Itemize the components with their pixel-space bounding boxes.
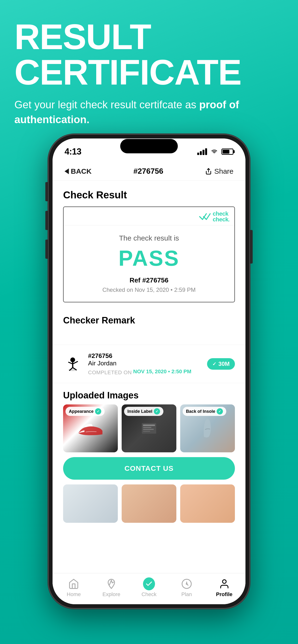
nav-item-explore[interactable]: Explore	[93, 578, 130, 598]
signal-bar-4	[205, 148, 207, 155]
more-images-row	[53, 484, 245, 528]
svg-rect-12	[143, 429, 154, 430]
nav-title: #276756	[133, 167, 163, 176]
logo-checkmarks-icon	[199, 212, 211, 221]
label-silhouette-icon	[139, 421, 159, 436]
phone-mockup: 4:13	[48, 134, 250, 608]
explore-icon	[105, 578, 117, 590]
order-brand: Air Jordan	[88, 360, 201, 367]
nav-label-home: Home	[67, 591, 81, 598]
nav-label-explore: Explore	[102, 591, 120, 598]
order-completed-label: COMPLETED ON	[88, 370, 132, 376]
status-time: 4:13	[65, 146, 81, 157]
hero-title: RESULT CERTIFICATE	[14, 19, 284, 90]
cert-ref: Ref #276756	[68, 276, 230, 284]
wifi-icon	[210, 149, 218, 154]
more-thumb-3	[180, 484, 235, 523]
order-ref: #276756	[88, 352, 201, 360]
back-chevron-icon	[65, 168, 69, 174]
checker-remark-section: Checker Remark	[53, 315, 245, 345]
checker-remark-title: Checker Remark	[63, 315, 235, 326]
scroll-content: Check Result	[53, 181, 245, 570]
status-icons	[197, 148, 233, 155]
nav-item-profile[interactable]: Profile	[205, 578, 243, 598]
uploaded-images-title: Uploaded Images	[63, 390, 235, 400]
sneaker-silhouette-icon	[76, 419, 105, 438]
cert-pass-value: PASS	[68, 246, 230, 271]
battery-fill	[223, 150, 229, 154]
svg-rect-11	[143, 427, 152, 428]
check-result-title: Check Result	[63, 189, 235, 201]
svg-point-3	[70, 358, 75, 362]
time-badge-value: 30M	[218, 360, 230, 367]
app-content: BACK #276756 Share	[53, 160, 245, 604]
battery-icon	[221, 148, 233, 155]
order-completed-date: NOV 15, 2020 • 2:50 PM	[133, 368, 192, 376]
more-thumb-1	[63, 484, 118, 523]
check-badge-label-icon: ✓	[154, 408, 160, 414]
images-grid: Appearance ✓	[63, 404, 235, 452]
bottom-nav: Home Explore	[53, 573, 245, 604]
jordan-logo-icon	[64, 356, 81, 372]
nav-bar: BACK #276756 Share	[53, 160, 245, 181]
image-thumb-appearance[interactable]: Appearance ✓	[63, 404, 118, 452]
order-item: #276756 Air Jordan COMPLETED ON NOV 15, …	[53, 345, 245, 383]
check-check-logo: check check.	[199, 211, 230, 222]
dynamic-island	[120, 139, 178, 153]
check-result-section: Check Result	[53, 181, 245, 315]
more-thumb-2	[122, 484, 176, 523]
nav-label-plan: Plan	[181, 591, 192, 598]
check-badge-appearance-icon: ✓	[95, 408, 101, 414]
share-button[interactable]: Share	[205, 167, 233, 176]
cert-header: check check.	[64, 207, 234, 226]
cert-result-label: The check result is	[68, 234, 230, 242]
signal-bar-2	[200, 151, 202, 155]
profile-icon	[218, 578, 230, 590]
svg-point-0	[214, 153, 215, 154]
image-thumb-insole[interactable]: Back of Insole ✓	[180, 404, 235, 452]
svg-rect-10	[143, 424, 155, 426]
svg-point-18	[222, 580, 226, 583]
brand-logo	[63, 354, 82, 374]
image-label-insole: Back of Insole ✓	[183, 407, 226, 416]
svg-line-5	[69, 362, 73, 364]
nav-label-check: Check	[141, 591, 157, 598]
hero-subtitle: Get your legit check result certifcate a…	[14, 97, 284, 127]
signal-bar-1	[197, 152, 199, 155]
nav-item-check[interactable]: Check	[130, 578, 168, 598]
back-button[interactable]: BACK	[65, 167, 92, 176]
check-nav-icon	[143, 578, 155, 590]
insole-silhouette-icon	[202, 418, 214, 439]
image-label-inside-label: Inside Label ✓	[124, 407, 163, 416]
image-thumb-inside-label[interactable]: Inside Label ✓	[122, 404, 176, 452]
plan-icon	[181, 578, 193, 590]
nav-item-home[interactable]: Home	[55, 578, 93, 598]
order-details: #276756 Air Jordan COMPLETED ON NOV 15, …	[88, 352, 201, 376]
signal-bar-3	[203, 150, 204, 155]
check-badge-insole-icon: ✓	[217, 408, 223, 414]
uploaded-images-section: Uploaded Images	[53, 383, 245, 457]
time-badge: ✓ 30M	[207, 358, 235, 370]
nav-item-plan[interactable]: Plan	[168, 578, 205, 598]
nav-label-profile: Profile	[216, 591, 232, 598]
cert-date: Checked on Nov 15, 2020 • 2:59 PM	[68, 286, 230, 293]
signal-bars-icon	[197, 148, 207, 155]
contact-us-label: CONTACT US	[124, 464, 174, 472]
cert-body: The check result is PASS Ref #276756 Che…	[64, 226, 234, 302]
contact-us-button[interactable]: CONTACT US	[63, 457, 235, 480]
home-icon	[68, 578, 80, 590]
certificate-card: check check. The check result is PASS Re…	[63, 206, 235, 302]
image-label-appearance: Appearance ✓	[66, 407, 105, 416]
phone-screen: 4:13	[53, 138, 245, 604]
phone-shell: 4:13	[48, 134, 250, 608]
time-badge-check-icon: ✓	[212, 361, 216, 367]
svg-point-17	[186, 584, 187, 584]
svg-rect-13	[143, 431, 150, 432]
share-icon	[205, 168, 212, 175]
